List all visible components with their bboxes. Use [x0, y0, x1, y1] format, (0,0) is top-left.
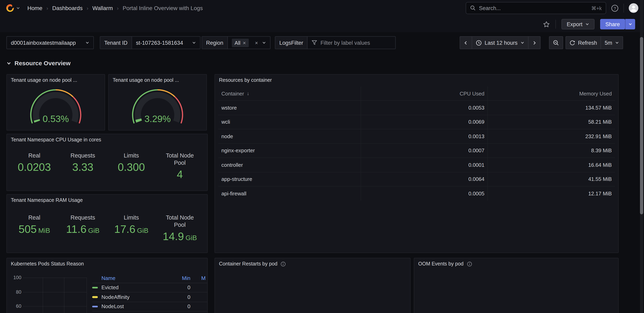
legend-header-name[interactable]: Name [92, 275, 178, 281]
share-label: Share [605, 21, 620, 27]
page-scrollbar[interactable] [640, 0, 643, 313]
section-resource-overview[interactable]: Resource Overview [6, 60, 71, 67]
breadcrumb-item[interactable]: Wallarm [92, 5, 113, 11]
tenant-id-label: Tenant ID [100, 37, 132, 49]
refresh-interval-button[interactable]: 5m [601, 37, 623, 49]
table-column-header[interactable]: Memory Used [488, 87, 615, 100]
table-column-header[interactable]: Container↓ [218, 87, 361, 100]
user-avatar[interactable] [629, 3, 638, 13]
zoom-out-group [549, 36, 563, 49]
scrollbar-thumb[interactable] [640, 37, 643, 214]
chevron-down-icon [6, 61, 11, 66]
star-button[interactable] [543, 21, 550, 28]
container-cell: nginx-exporter [218, 144, 361, 158]
y-axis-tick-label: 100 [10, 275, 21, 280]
stat-label: Requests [70, 152, 95, 159]
help-button[interactable]: ? [611, 4, 619, 12]
legend-header-max[interactable]: M [190, 275, 208, 281]
share-menu-button[interactable] [625, 19, 635, 30]
refresh-controls: Refresh 5m [566, 36, 623, 49]
cpu-used-cell: 0.0064 [361, 172, 488, 186]
panel-gauge-node-pool-1: Tenant usage on node pool ... 0.53% [6, 74, 105, 131]
section-title: Resource Overview [14, 60, 71, 67]
stat-label: Total Node Pool [160, 152, 200, 167]
table-row: nginx-exporter0.00078.39 MiB [218, 143, 615, 158]
panel-title: Container Restarts by pod [219, 261, 277, 267]
container-cell: wstore [218, 101, 361, 115]
logsfilter-input[interactable] [320, 40, 392, 46]
info-icon[interactable] [467, 261, 472, 266]
gauge-chart: 3.29% [112, 87, 204, 130]
export-button[interactable]: Export [562, 19, 594, 30]
share-split-button: Share [600, 19, 635, 30]
panel-pods-status-reason: Kubernetes Pods Status Reason 1008060 Na… [6, 258, 208, 313]
time-range-controls: Last 12 hours [460, 36, 540, 49]
search-input[interactable] [479, 5, 588, 11]
tenant-id-dropdown[interactable]: Tenant ID st-107263-1581634 [100, 36, 200, 49]
chevron-down-icon [615, 41, 619, 45]
nav-divider [624, 4, 624, 13]
legend-item: NodeAffinity0 [92, 292, 208, 302]
question-circle-icon: ? [611, 4, 619, 12]
time-shift-forward-button[interactable] [528, 37, 540, 49]
time-range-label: Last 12 hours [484, 40, 518, 46]
grafana-logo-menu[interactable] [6, 4, 20, 13]
refresh-button[interactable]: Refresh [566, 37, 601, 49]
cpu-used-cell: 0.0069 [361, 115, 488, 129]
stat: Limits17.6GiB [107, 214, 156, 243]
legend-header-min[interactable]: Min [178, 275, 190, 281]
chevron-down-icon [628, 22, 632, 26]
zoom-out-icon [553, 40, 559, 46]
refresh-icon [570, 40, 575, 46]
time-shift-back-button[interactable] [460, 37, 472, 49]
app-variable-dropdown[interactable]: d0001ainboxatestmailaapp [6, 36, 94, 49]
legend-series-name[interactable]: NodeLost [102, 303, 178, 309]
breadcrumb-item[interactable]: Home [27, 5, 42, 11]
tenant-id-value: st-107263-1581634 [136, 40, 189, 46]
panel-gauge-node-pool-2: Tenant usage on node pool ... 3.29% [108, 74, 207, 131]
legend-min-value: 0 [178, 294, 190, 300]
table-row: api-firewall0.000512.17 MiB [218, 186, 615, 200]
panel-title: Tenant usage on node pool ... [7, 75, 105, 86]
ram-stats-row: Real505MiBRequests11.6GiBLimits17.6GiBTo… [10, 214, 204, 243]
memory-used-cell: 232.91 MiB [488, 129, 615, 143]
search-input-wrapper[interactable]: ⌘+k [466, 2, 606, 14]
stat-value: 11.6GiB [66, 224, 100, 235]
chevron-right-icon [532, 41, 536, 45]
breadcrumb-item[interactable]: Dashboards [52, 5, 82, 11]
stat-label: Total Node Pool [160, 214, 200, 229]
chevron-down-icon [585, 22, 589, 26]
logsfilter-input-group[interactable]: LogsFilter [275, 36, 396, 49]
clear-region-icon[interactable]: × [255, 40, 258, 45]
time-range-picker-button[interactable]: Last 12 hours [472, 37, 528, 49]
container-cell: controller [218, 158, 361, 172]
cpu-stats-row: Real0.0203Requests3.33Limits0.300Total N… [10, 152, 204, 181]
stat-unit: MiB [38, 227, 50, 234]
region-label: Region [202, 37, 228, 49]
stat: Requests3.33 [58, 152, 107, 181]
info-icon[interactable] [280, 261, 286, 266]
stat-unit: GiB [137, 227, 148, 234]
stat-value: 505MiB [18, 224, 50, 235]
legend-min-value: 0 [178, 284, 190, 291]
series-color-swatch [92, 296, 98, 298]
panel-ram-usage: Tenant Namespace RAM Usage Real505MiBReq… [6, 194, 208, 253]
panel-resources-by-container: Resources by container Container↓CPU Use… [214, 74, 619, 253]
legend-header-row: NameMinM [92, 273, 208, 283]
filter-funnel-icon [312, 40, 317, 46]
breadcrumb: Home›Dashboards›Wallarm›Portal Inline Ov… [27, 5, 203, 11]
container-cell: wcli [218, 115, 361, 129]
memory-used-cell: 16.64 MiB [488, 158, 615, 172]
zoom-out-time-button[interactable] [550, 37, 563, 49]
remove-region-value-icon[interactable]: × [243, 40, 246, 45]
share-button[interactable]: Share [600, 19, 625, 30]
gridline [23, 277, 86, 278]
region-chip[interactable]: All × [232, 39, 249, 47]
table-column-header[interactable]: CPU Used [361, 87, 488, 100]
stat-value: 4 [177, 169, 183, 181]
region-dropdown[interactable]: Region All × × [202, 36, 270, 49]
legend-series-name[interactable]: NodeAffinity [102, 294, 178, 300]
top-nav: Home›Dashboards›Wallarm›Portal Inline Ov… [0, 0, 644, 16]
legend-series-name[interactable]: Evicted [102, 284, 178, 291]
memory-used-cell: 12.17 MiB [488, 186, 615, 200]
